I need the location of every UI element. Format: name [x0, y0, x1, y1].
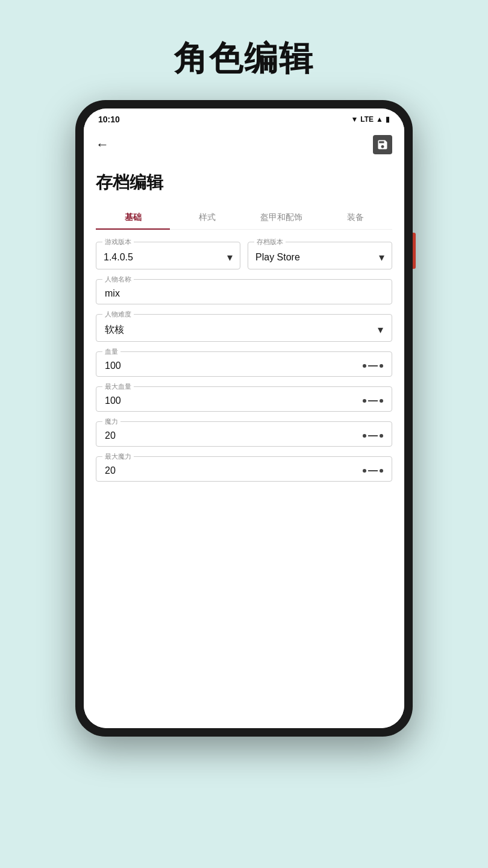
- save-version-arrow: ▾: [379, 251, 384, 264]
- max-hp-field[interactable]: 最大血量 100: [96, 386, 392, 412]
- stepper-dot-1: [363, 434, 366, 438]
- stepper-dot-1: [363, 399, 366, 403]
- stepper-dot-1: [363, 364, 366, 368]
- game-version-arrow: ▾: [227, 251, 233, 264]
- stepper-line: [368, 470, 378, 471]
- tab-equipment[interactable]: 装备: [318, 206, 392, 229]
- save-button[interactable]: [373, 135, 392, 154]
- tab-basic[interactable]: 基础: [96, 206, 170, 229]
- mp-field[interactable]: 魔力 20: [96, 421, 392, 447]
- stepper-dot-2: [380, 434, 383, 438]
- battery-icon: ▮: [386, 115, 390, 124]
- tabs-bar: 基础 样式 盔甲和配饰 装备: [96, 206, 392, 230]
- max-mp-value: 20: [105, 465, 383, 476]
- stepper-line: [368, 435, 378, 436]
- status-bar: 10:10 ▼ LTE ▲ ▮: [84, 108, 404, 128]
- game-version-label: 游戏版本: [102, 237, 134, 247]
- save-version-label: 存档版本: [254, 237, 286, 247]
- stepper-dot-2: [380, 469, 383, 473]
- signal-icon: ▲: [376, 115, 383, 124]
- content-area: 存档编辑 基础 样式 盔甲和配饰 装备 游戏版本: [84, 162, 404, 728]
- phone-shell: 10:10 ▼ LTE ▲ ▮ ← 存档编辑 基础: [75, 100, 413, 737]
- character-name-field[interactable]: 人物名称 mix: [96, 279, 392, 304]
- tab-style[interactable]: 样式: [170, 206, 244, 229]
- page-heading: 角色编辑: [174, 36, 314, 82]
- max-hp-stepper[interactable]: [363, 399, 383, 403]
- max-hp-value: 100: [105, 395, 383, 406]
- status-icons: ▼ LTE ▲ ▮: [351, 115, 390, 124]
- mp-value: 20: [105, 430, 383, 441]
- difficulty-value: 软核 ▾: [105, 323, 383, 336]
- difficulty-field[interactable]: 人物难度 软核 ▾: [96, 314, 392, 342]
- wifi-icon: ▼: [351, 115, 358, 124]
- stepper-line: [368, 365, 378, 366]
- archive-title: 存档编辑: [96, 171, 392, 194]
- hp-label: 血量: [102, 347, 120, 356]
- hp-field[interactable]: 血量 100: [96, 351, 392, 377]
- save-version-value: Play Store ▾: [255, 251, 384, 264]
- max-hp-label: 最大血量: [102, 382, 134, 391]
- stepper-dot-1: [363, 469, 366, 473]
- max-mp-label: 最大魔力: [102, 452, 134, 461]
- max-mp-field[interactable]: 最大魔力 20: [96, 456, 392, 482]
- game-version-value: 1.4.0.5 ▾: [104, 251, 233, 264]
- stepper-line: [368, 400, 378, 401]
- status-time: 10:10: [98, 115, 120, 124]
- phone-screen: 10:10 ▼ LTE ▲ ▮ ← 存档编辑 基础: [84, 108, 404, 728]
- character-name-label: 人物名称: [102, 275, 134, 284]
- stepper-dot-2: [380, 399, 383, 403]
- version-row: 游戏版本 1.4.0.5 ▾ 存档版本 Play Store ▾: [96, 242, 392, 269]
- mp-stepper[interactable]: [363, 434, 383, 438]
- back-button[interactable]: ←: [96, 137, 109, 153]
- mp-label: 魔力: [102, 417, 120, 426]
- max-mp-stepper[interactable]: [363, 469, 383, 473]
- save-version-field[interactable]: 存档版本 Play Store ▾: [248, 242, 392, 269]
- network-label: LTE: [360, 115, 374, 124]
- difficulty-arrow: ▾: [378, 323, 383, 336]
- character-name-value: mix: [105, 288, 383, 299]
- stepper-dot-2: [380, 364, 383, 368]
- difficulty-label: 人物难度: [102, 310, 134, 319]
- app-bar: ←: [84, 128, 404, 162]
- tab-armor[interactable]: 盔甲和配饰: [244, 206, 318, 229]
- hp-value: 100: [105, 360, 383, 371]
- hp-stepper[interactable]: [363, 364, 383, 368]
- game-version-field[interactable]: 游戏版本 1.4.0.5 ▾: [96, 242, 240, 269]
